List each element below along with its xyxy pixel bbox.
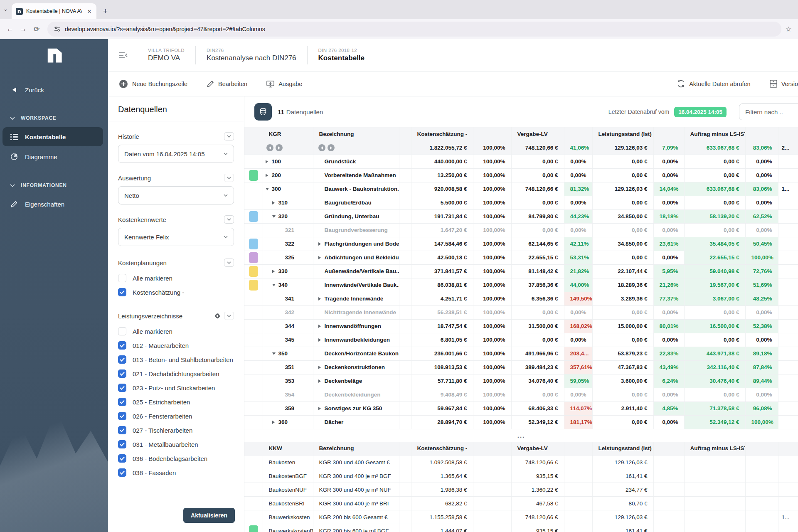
checkbox-row[interactable]: 031 - Metallbauarbeiten [118, 437, 234, 451]
filter-select-kostenkennwerte[interactable]: Kennwerte Felix [118, 228, 234, 246]
checkbox-row[interactable]: 021 - Dachabdichtungsarbeiten [118, 367, 234, 381]
browser-tab[interactable]: Kostentabelle | NOVA AVA [DEV ✕ [12, 3, 96, 19]
toolbar-button-aktuelle-daten-abrufen[interactable]: Aktuelle Daten abrufen [677, 80, 751, 88]
kkw-row-baukostennuf[interactable]: BaukostenNUFKGR 300 und 400 je m² NUF1.9… [244, 483, 798, 497]
collapse-chevron-icon[interactable] [224, 174, 234, 182]
checkbox-checked[interactable] [118, 412, 126, 420]
expander-closed-icon[interactable] [272, 421, 278, 424]
checkbox-row[interactable]: 023 - Putz- und Stuckarbeiten [118, 381, 234, 395]
checkbox-row[interactable]: 025 - Estricharbeiten [118, 395, 234, 409]
expander-closed-icon[interactable] [318, 256, 325, 259]
tab-close-icon[interactable]: ✕ [86, 7, 93, 15]
checkbox-row[interactable]: Alle markieren [118, 271, 234, 285]
nav-right-button[interactable] [276, 144, 283, 151]
checkbox-checked[interactable] [118, 454, 126, 463]
sidebar-item-eigenschaften[interactable]: Eigenschaften [2, 195, 103, 214]
cost-row-325[interactable]: 325Abdichtungen und Bekleidu...42.500,18… [244, 251, 798, 264]
gear-icon[interactable] [214, 313, 221, 319]
site-settings-icon[interactable] [54, 26, 61, 32]
tab-search-chevron-icon[interactable]: ⌄ [3, 6, 8, 12]
cost-row-360[interactable]: 360Dächer28.894,70 €100,00%52.349,12 €18… [244, 415, 798, 429]
kkw-row-bauwerkskostenb[interactable]: BauwerkskostenBKGR 200 bis 600 je m² BGF… [244, 524, 798, 532]
kkw-row-baukostenbgf[interactable]: BaukostenBGFKGR 300 und 400 je m² BGF1.3… [244, 469, 798, 483]
checkbox-checked[interactable] [118, 288, 126, 296]
apply-button[interactable]: Aktualisieren [183, 508, 235, 523]
checkbox-checked[interactable] [118, 384, 126, 392]
toolbar-button-neue-buchungszeile[interactable]: Neue Buchungszeile [119, 79, 187, 89]
expander-closed-icon[interactable] [318, 338, 325, 342]
collapse-chevron-icon[interactable] [224, 215, 234, 224]
reload-icon[interactable]: ⟳ [31, 23, 42, 35]
kkw-row-bauwerkskosten[interactable]: BauwerkskostenKGR 200 bis 600 Gesamt €1.… [244, 510, 798, 524]
checkbox-checked[interactable] [118, 468, 126, 477]
sidebar-back-button[interactable]: Zurück [0, 81, 108, 99]
cost-row-340[interactable]: 340Innenwände/Vertikale Bauk...86.038,81… [244, 278, 798, 292]
cost-row-321[interactable]: 321Baugrundverbesserung1.647,20 €100,00%… [244, 223, 798, 237]
collapse-panel-icon[interactable] [119, 52, 128, 59]
cost-row-300[interactable]: 300Bauwerk - Baukonstruktion...920.008,5… [244, 182, 798, 196]
checkbox-row[interactable]: 036 - Bodenbelagsarbeiten [118, 451, 234, 466]
cost-row-320[interactable]: 320Gründung, Unterbau191.731,84 €100,00%… [244, 209, 798, 223]
kkw-row-baukostenbri[interactable]: BaukostenBRIKGR 300 und 400 je m³ BRI682… [244, 497, 798, 510]
back-icon[interactable]: ← [4, 23, 16, 35]
expander-closed-icon[interactable] [318, 297, 325, 300]
checkbox-row[interactable]: 027 - Tischlerarbeiten [118, 423, 234, 437]
checkbox-row[interactable]: Alle markieren [118, 324, 234, 338]
cost-row-359[interactable]: 359Sonstiges zur KG 35059.967,84 €100,00… [244, 401, 798, 415]
breadcrumb-item[interactable]: DIN276Kostenanalyse nach DIN276 [196, 48, 307, 62]
forward-icon[interactable]: → [17, 23, 29, 35]
address-bar[interactable]: develop.avanova.io/?s=analysis&m=open&pr… [47, 22, 781, 37]
checkbox-checked[interactable] [118, 369, 126, 378]
expander-closed-icon[interactable] [266, 160, 272, 163]
collapse-chevron-icon[interactable] [224, 259, 234, 267]
new-tab-button[interactable]: + [103, 7, 108, 16]
cost-row-344[interactable]: 344Innenwandöffnungen18.747,54 €100,00%3… [244, 319, 798, 333]
cost-row-354[interactable]: 354Deckenbekleidungen9.408,49 €100,00%0,… [244, 388, 798, 401]
expander-closed-icon[interactable] [318, 379, 325, 383]
checkbox-unchecked[interactable] [118, 274, 126, 282]
expander-closed-icon[interactable] [318, 325, 325, 328]
checkbox-checked[interactable] [118, 440, 126, 448]
checkbox-checked[interactable] [118, 341, 126, 350]
table-filter-input[interactable]: Filtern nach .. [739, 103, 798, 120]
expander-open-icon[interactable] [272, 352, 278, 355]
checkbox-checked[interactable] [118, 355, 126, 364]
nav-left-button[interactable] [266, 144, 273, 151]
expander-open-icon[interactable] [272, 284, 278, 286]
sidebar-section-header-workspace[interactable]: WORKSPACE [0, 110, 108, 126]
nav-left-button[interactable] [318, 144, 325, 151]
expander-open-icon[interactable] [266, 188, 272, 190]
checkbox-row[interactable]: 013 - Beton- und Stahlbetonarbeiten [118, 352, 234, 367]
kkw-row-baukosten[interactable]: BaukostenKGR 300 und 400 Gesamt €1.092.5… [244, 456, 798, 469]
sidebar-item-diagramme[interactable]: Diagramme [2, 147, 103, 166]
cost-row-350[interactable]: 350Decken/Horizontale Baukon...236.001,6… [244, 347, 798, 360]
cost-row-341[interactable]: 341Tragende Innenwände4.251,71 €100,00%6… [244, 292, 798, 305]
checkbox-row[interactable]: 026 - Fensterarbeiten [118, 409, 234, 423]
bookmark-star-icon[interactable]: ☆ [783, 24, 794, 34]
checkbox-row[interactable]: 012 - Mauerarbeiten [118, 338, 234, 352]
cost-row-310[interactable]: 310Baugrube/Erdbau5.500,00 €100,00%0,00 … [244, 196, 798, 209]
cost-row-351[interactable]: 351Deckenkonstruktionen108.913,53 €100,0… [244, 360, 798, 374]
cost-row-322[interactable]: 322Flachgründungen und Bode...147.584,46… [244, 237, 798, 251]
cost-row-345[interactable]: 345Innenwandbekleidungen6.801,05 €100,00… [244, 333, 798, 347]
toolbar-button-versio[interactable]: Versio [770, 80, 798, 88]
expander-closed-icon[interactable] [318, 366, 325, 369]
filter-select-historie[interactable]: Daten vom 16.04.2025 14:05 [118, 145, 234, 163]
filter-select-auswertung[interactable]: Netto [118, 186, 234, 204]
checkbox-checked[interactable] [118, 398, 126, 406]
cost-row-353[interactable]: 353Deckenbeläge57.711,80 €100,00%34.076,… [244, 374, 798, 388]
toolbar-button-bearbeiten[interactable]: Bearbeiten [207, 80, 247, 88]
expander-closed-icon[interactable] [272, 270, 278, 273]
checkbox-checked[interactable] [118, 426, 126, 434]
nav-right-button[interactable] [328, 144, 335, 151]
cost-row-330[interactable]: 330Außenwände/Vertikale Bau...371.841,57… [244, 264, 798, 278]
expander-closed-icon[interactable] [318, 407, 325, 410]
toolbar-button-ausgabe[interactable]: Ausgabe [266, 80, 302, 88]
checkbox-row[interactable]: 038 - Fassaden [118, 466, 234, 480]
breadcrumb-item[interactable]: VILLA TRIFOLDDEMO VA [137, 48, 195, 62]
cost-summary-row[interactable]: 1.822.055,72 €100,00%748.120,66 €41,06%1… [244, 141, 798, 155]
sidebar-section-header-informationen[interactable]: INFORMATIONEN [0, 177, 108, 194]
cost-row-342[interactable]: 342Nichttragende Innenwände56.238,51 €10… [244, 305, 798, 319]
checkbox-row[interactable]: Kostenschätzung - [118, 285, 234, 299]
expander-closed-icon[interactable] [318, 242, 325, 246]
